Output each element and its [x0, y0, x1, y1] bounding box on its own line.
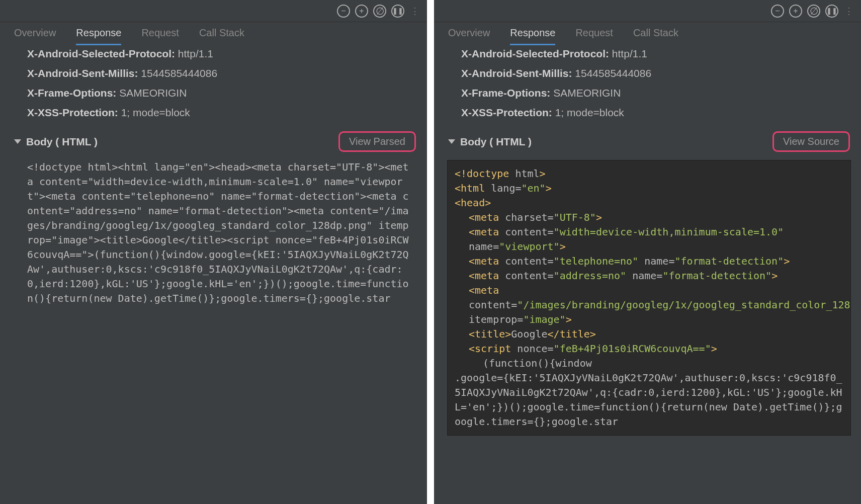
header-row: X-Android-Sent-Millis: 1544585444086 — [27, 64, 412, 83]
disclosure-triangle-icon[interactable] — [448, 139, 455, 144]
more-menu-icon[interactable]: ⋮ — [843, 6, 855, 17]
zoom-out-button[interactable]: − — [337, 5, 350, 18]
header-row: X-Android-Selected-Protocol: http/1.1 — [461, 44, 846, 64]
disable-button[interactable]: ∅ — [807, 5, 820, 18]
right-pane: − + ∅ ❚❚ ⋮ Overview Response Request Cal… — [434, 0, 861, 504]
header-row: X-XSS-Protection: 1; mode=block — [27, 103, 412, 123]
zoom-in-button[interactable]: + — [789, 5, 802, 18]
body-syntax-highlighted: <!doctype html> <html lang="en"> <head> … — [447, 160, 851, 436]
disclosure-triangle-icon[interactable] — [14, 139, 21, 144]
header-row: X-Android-Selected-Protocol: http/1.1 — [27, 44, 412, 64]
pause-button[interactable]: ❚❚ — [391, 5, 404, 18]
body-raw-text: <!doctype html><html lang="en"><head><me… — [0, 157, 427, 306]
zoom-in-button[interactable]: + — [355, 5, 368, 18]
header-row: X-XSS-Protection: 1; mode=block — [461, 103, 846, 123]
left-pane: − + ∅ ❚❚ ⋮ Overview Response Request Cal… — [0, 0, 427, 504]
pane-divider — [427, 0, 434, 504]
body-section-label: Body ( HTML ) — [460, 136, 532, 148]
view-parsed-button[interactable]: View Parsed — [338, 131, 416, 152]
header-row: X-Android-Sent-Millis: 1544585444086 — [461, 64, 846, 83]
header-row: X-Frame-Options: SAMEORIGIN — [461, 83, 846, 103]
body-section-header: Body ( HTML ) View Source — [434, 126, 861, 157]
body-section-header: Body ( HTML ) View Parsed — [0, 126, 427, 157]
pause-button[interactable]: ❚❚ — [825, 5, 838, 18]
view-source-button[interactable]: View Source — [772, 131, 850, 152]
zoom-out-button[interactable]: − — [771, 5, 784, 18]
more-menu-icon[interactable]: ⋮ — [409, 6, 421, 17]
body-section-label: Body ( HTML ) — [26, 136, 98, 148]
toolbar: − + ∅ ❚❚ ⋮ — [0, 0, 427, 22]
split-view: − + ∅ ❚❚ ⋮ Overview Response Request Cal… — [0, 0, 861, 504]
header-row: X-Frame-Options: SAMEORIGIN — [27, 83, 412, 103]
response-headers: X-Android-Selected-Protocol: http/1.1 X-… — [0, 42, 427, 126]
response-headers: X-Android-Selected-Protocol: http/1.1 X-… — [434, 42, 861, 126]
disable-button[interactable]: ∅ — [373, 5, 386, 18]
toolbar: − + ∅ ❚❚ ⋮ — [434, 0, 861, 22]
